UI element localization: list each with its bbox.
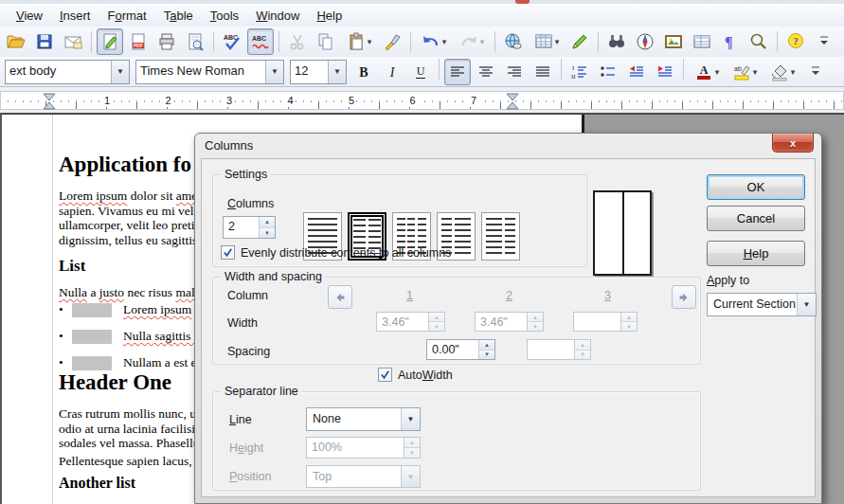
decrease-indent-icon <box>627 63 646 81</box>
data-sources-icon <box>692 32 711 51</box>
paste-button[interactable] <box>341 28 377 55</box>
svg-text:I: I <box>572 64 575 72</box>
cancel-button[interactable]: Cancel <box>707 206 805 231</box>
spin-down-icon: ▼ <box>479 351 494 360</box>
height-label: Height <box>229 441 263 455</box>
chevron-down-icon[interactable]: ▼ <box>265 61 283 83</box>
menu-item[interactable]: Tools <box>202 6 247 26</box>
hyperlink-button[interactable] <box>500 28 527 55</box>
bullet-list-button[interactable] <box>595 59 621 85</box>
gallery-icon <box>664 32 683 51</box>
apply-to-dropdown[interactable]: Current Section ▼ <box>707 293 817 316</box>
find-replace-button[interactable] <box>603 28 630 55</box>
menu-bar: View Insert Format Table Tools Window He… <box>0 4 844 27</box>
toolbar-separator <box>91 31 92 52</box>
open-icon <box>7 32 26 51</box>
zoom-icon <box>749 32 768 51</box>
spin-down-icon: ▼ <box>404 448 420 458</box>
left-indent-marker[interactable] <box>43 93 56 110</box>
arrow-right-icon <box>677 291 691 304</box>
draw-functions-icon <box>570 32 589 51</box>
svg-text:ABC: ABC <box>252 35 266 42</box>
help-button[interactable]: Help <box>707 241 805 266</box>
align-center-button[interactable] <box>473 59 499 85</box>
bold-button[interactable]: B <box>350 59 377 85</box>
right-indent-marker[interactable] <box>506 93 519 110</box>
chevron-down-icon[interactable]: ▼ <box>111 61 129 83</box>
navigator-button[interactable] <box>632 28 658 55</box>
horizontal-ruler[interactable]: 1234567 <box>0 91 844 110</box>
autowidth-checkbox[interactable]: AutoWidth <box>378 368 453 382</box>
formatting-toolbar: ext body ▼ Times New Roman ▼ 12 ▼ B I U <box>0 57 844 87</box>
column-divider-line <box>622 192 624 274</box>
align-left-button[interactable] <box>444 59 471 85</box>
background-color-button[interactable] <box>764 59 800 85</box>
text-boundary-line <box>52 115 53 504</box>
numbered-list-button[interactable]: III <box>566 59 593 85</box>
spin-up-icon: ▲ <box>479 340 494 351</box>
settings-group-label: Settings <box>221 168 271 181</box>
close-button[interactable]: x <box>772 134 814 153</box>
chevron-down-icon[interactable]: ▼ <box>401 408 420 430</box>
apply-to-label: Apply to <box>707 274 749 287</box>
redo-button[interactable] <box>454 28 490 55</box>
columns-count-spinner[interactable]: 2 ▲▼ <box>223 216 276 239</box>
font-size-combo[interactable]: 12 ▼ <box>290 60 347 84</box>
ruler-number: 4 <box>286 94 296 107</box>
separator-line-group: Separator line <box>212 391 701 491</box>
doc-paragraph-nulla: Nulla a justo nec risus malesu <box>59 285 212 300</box>
edit-file-button[interactable] <box>97 28 123 55</box>
line-style-value: None <box>307 408 401 430</box>
previous-column-button[interactable] <box>328 285 352 309</box>
open-button[interactable] <box>3 28 29 55</box>
spacing-label: Spacing <box>227 345 270 358</box>
menu-item[interactable]: Help <box>308 6 350 26</box>
format-buttons: B I U <box>350 59 830 85</box>
chevron-down-icon[interactable]: ▼ <box>797 294 816 315</box>
evenly-distribute-checkbox[interactable]: Evenly distribute contents to all column… <box>221 245 451 260</box>
menu-item[interactable]: Table <box>155 6 202 26</box>
align-right-button[interactable] <box>501 59 528 85</box>
help-icon: ? <box>786 32 805 51</box>
copy-button[interactable] <box>313 28 339 55</box>
cut-button[interactable] <box>284 28 311 55</box>
table-button[interactable] <box>529 28 565 55</box>
next-column-button[interactable] <box>672 285 696 309</box>
toolbar-separator <box>278 31 279 52</box>
column-layout-option[interactable] <box>481 212 520 261</box>
spelling-button[interactable]: ABC <box>219 28 245 55</box>
data-sources-button[interactable] <box>689 28 715 55</box>
spacing1-value: 0.00" <box>427 340 478 359</box>
italic-button[interactable]: I <box>379 59 405 85</box>
decrease-indent-button[interactable] <box>623 59 650 85</box>
toolbar-overflow-button[interactable] <box>811 28 837 55</box>
columns-page-preview <box>593 190 652 276</box>
toolbar-overflow-button[interactable] <box>802 59 829 85</box>
menu-item[interactable]: Window <box>247 6 308 26</box>
highlighting-button[interactable]: ab <box>727 59 763 85</box>
menu-item[interactable]: Format <box>99 6 154 26</box>
font-name-combo[interactable]: Times New Roman ▼ <box>135 60 284 84</box>
save-button[interactable] <box>31 28 58 55</box>
chevron-down-icon[interactable]: ▼ <box>328 61 346 83</box>
font-size-value: 12 <box>291 61 328 83</box>
menu-item[interactable]: View <box>8 6 51 26</box>
toolbar-separator <box>561 59 562 80</box>
export-pdf-button[interactable]: PDF <box>125 28 152 55</box>
menu-item[interactable]: Insert <box>51 6 99 26</box>
toolbar-separator <box>598 31 599 52</box>
formatting-marks-button[interactable]: ¶ <box>717 28 744 55</box>
auto-spellcheck-icon: ABC <box>251 32 270 51</box>
help-button[interactable]: ? <box>782 28 809 55</box>
line-style-dropdown[interactable]: None ▼ <box>306 407 421 431</box>
print-button[interactable] <box>153 28 180 55</box>
ok-button[interactable]: OK <box>707 174 805 200</box>
undo-button[interactable] <box>416 28 452 55</box>
spacing1-spinner[interactable]: 0.00" ▲▼ <box>426 339 495 360</box>
paragraph-style-combo[interactable]: ext body ▼ <box>5 60 130 84</box>
gray-placeholder <box>72 356 112 370</box>
font-color-button[interactable]: A <box>689 59 725 85</box>
gallery-button[interactable] <box>660 28 687 55</box>
background-color-icon <box>770 63 789 81</box>
print-icon <box>157 32 176 51</box>
